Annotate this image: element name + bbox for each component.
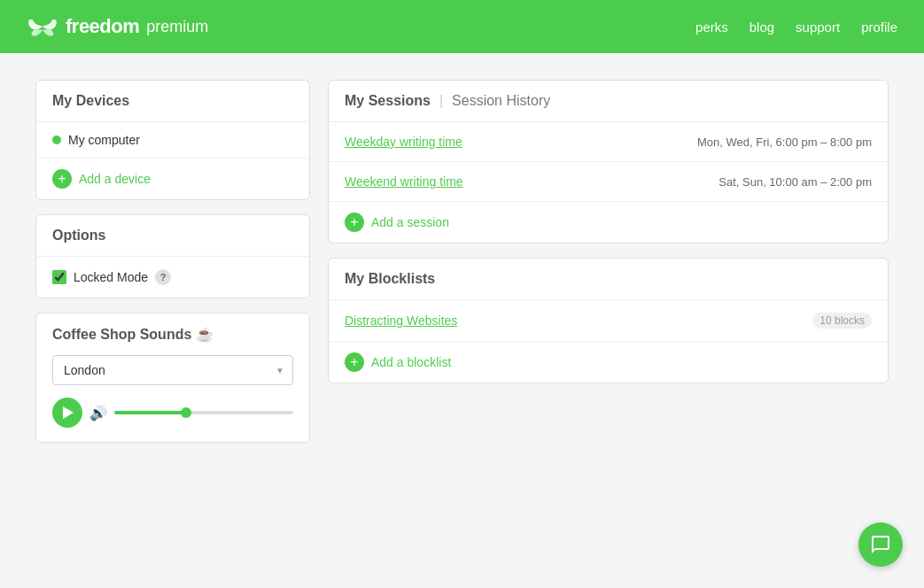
left-column: My Devices My computer + Add a device Op…: [35, 80, 310, 443]
device-name: My computer: [68, 133, 140, 147]
coffee-shop-icon: ☕: [196, 327, 214, 342]
add-blocklist-label: Add a blocklist: [371, 355, 451, 369]
add-session-label: Add a session: [371, 215, 449, 229]
plan-name: premium: [146, 18, 208, 36]
add-device-icon: +: [52, 169, 72, 189]
coffee-shop-content: London Paris New York Tokyo ▼ 🔊: [36, 355, 309, 442]
volume-slider[interactable]: [114, 411, 293, 414]
main-nav: perks blog support profile: [695, 19, 897, 35]
audio-controls: 🔊: [52, 398, 293, 428]
add-blocklist-icon: +: [345, 352, 364, 372]
devices-card: My Devices My computer + Add a device: [35, 80, 310, 200]
blocklist-name-0[interactable]: Distracting Websites: [345, 313, 457, 328]
main-content: My Devices My computer + Add a device Op…: [0, 53, 924, 469]
nav-perks[interactable]: perks: [695, 19, 728, 35]
blocks-count-0: 10 blocks: [812, 313, 872, 329]
coffee-shop-title: Coffee Shop Sounds ☕: [36, 313, 309, 355]
chat-bubble-button[interactable]: [858, 522, 903, 567]
options-title: Options: [36, 215, 309, 257]
add-session-icon: +: [345, 213, 364, 232]
logo: freedom premium: [27, 13, 208, 40]
blocklists-card: My Blocklists Distracting Websites 10 bl…: [328, 258, 889, 383]
add-blocklist-row: + Add a blocklist: [329, 342, 888, 383]
add-device-label: Add a device: [79, 172, 151, 186]
add-blocklist-button[interactable]: + Add a blocklist: [345, 352, 451, 372]
nav-profile[interactable]: profile: [861, 19, 897, 35]
blocklists-title: My Blocklists: [329, 259, 888, 300]
session-time-0: Mon, Wed, Fri, 6:00 pm – 8:00 pm: [697, 135, 872, 149]
session-item-0: Weekday writing time Mon, Wed, Fri, 6:00…: [329, 122, 888, 162]
freedom-logo-icon: [27, 13, 58, 40]
locked-mode-label: Locked Mode: [74, 270, 148, 284]
session-time-1: Sat, Sun, 10:00 am – 2:00 pm: [718, 175, 872, 189]
sessions-card: My Sessions | Session History Weekday wr…: [328, 80, 889, 244]
volume-icon[interactable]: 🔊: [89, 405, 107, 422]
session-item-1: Weekend writing time Sat, Sun, 10:00 am …: [329, 162, 888, 202]
add-device-row: + Add a device: [36, 159, 309, 199]
locked-mode-help[interactable]: ?: [155, 269, 171, 285]
brand-name: freedom: [66, 15, 139, 38]
location-select-wrapper: London Paris New York Tokyo ▼: [52, 355, 293, 385]
device-item: My computer: [36, 122, 309, 159]
blocklist-item-0: Distracting Websites 10 blocks: [329, 300, 888, 342]
devices-title: My Devices: [36, 81, 309, 122]
session-name-1[interactable]: Weekend writing time: [345, 174, 463, 189]
nav-blog[interactable]: blog: [749, 19, 774, 35]
nav-support[interactable]: support: [796, 19, 840, 35]
tab-session-history[interactable]: Session History: [452, 93, 550, 109]
coffee-shop-title-text: Coffee Shop Sounds: [52, 327, 191, 342]
volume-fill: [114, 411, 186, 414]
add-session-row: + Add a session: [329, 202, 888, 243]
options-card: Options Locked Mode ?: [35, 214, 310, 298]
play-icon: [63, 406, 74, 419]
locked-mode-row: Locked Mode ?: [36, 257, 309, 298]
add-session-button[interactable]: + Add a session: [345, 213, 449, 232]
add-device-button[interactable]: + Add a device: [52, 169, 151, 189]
locked-mode-checkbox[interactable]: [52, 270, 66, 284]
right-column: My Sessions | Session History Weekday wr…: [328, 80, 889, 443]
device-status-dot: [52, 135, 61, 144]
sessions-header: My Sessions | Session History: [329, 81, 888, 122]
tab-divider: |: [439, 93, 443, 109]
volume-thumb: [181, 407, 191, 418]
svg-marker-0: [63, 406, 74, 419]
chat-icon: [870, 534, 891, 555]
play-button[interactable]: [52, 398, 82, 428]
session-name-0[interactable]: Weekday writing time: [345, 135, 462, 149]
coffee-shop-card: Coffee Shop Sounds ☕ London Paris New Yo…: [35, 313, 310, 443]
header: freedom premium perks blog support profi…: [0, 0, 924, 53]
location-select[interactable]: London Paris New York Tokyo: [52, 355, 293, 385]
tab-my-sessions[interactable]: My Sessions: [345, 93, 431, 109]
